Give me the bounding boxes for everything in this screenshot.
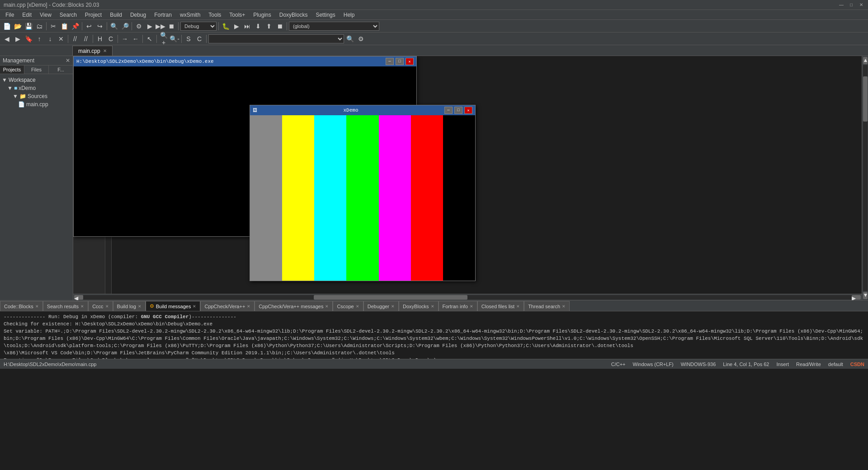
log-tab-debugger[interactable]: Debugger ✕: [363, 301, 399, 311]
log-tab-codeblocks-close[interactable]: ✕: [35, 304, 39, 309]
tb2-fwd-btn[interactable]: ▶: [13, 34, 23, 44]
menu-settings[interactable]: Settings: [312, 11, 339, 19]
menu-file[interactable]: File: [2, 11, 18, 19]
debug-config-dropdown[interactable]: Debug Release: [180, 22, 217, 31]
tb2-select-btn[interactable]: ↖: [145, 34, 155, 44]
horiz-scroll-left[interactable]: ◀: [74, 295, 83, 300]
symbol-dropdown[interactable]: [208, 34, 344, 43]
menu-edit[interactable]: Edit: [19, 11, 35, 19]
log-tab-closed-close[interactable]: ✕: [516, 304, 520, 309]
log-tab-search-close[interactable]: ✕: [80, 304, 84, 309]
tb2-bkmark-next-btn[interactable]: ↓: [45, 34, 55, 44]
scroll-thumb[interactable]: [863, 76, 868, 122]
tb2-zoom-out-btn[interactable]: 🔍-: [170, 34, 179, 44]
tb2-bkmark-btn[interactable]: 🔖: [24, 34, 33, 44]
log-tab-buildlog-close[interactable]: ✕: [138, 304, 142, 309]
mgmt-tab-f[interactable]: F...: [49, 66, 73, 74]
tb-save-btn[interactable]: 💾: [24, 21, 33, 31]
tb-cut-btn[interactable]: ✂: [48, 21, 58, 31]
tb-saveall-btn[interactable]: 🗂: [34, 21, 44, 31]
log-tab-debugger-close[interactable]: ✕: [391, 304, 395, 309]
log-content[interactable]: -------------- Run: Debug in xDemo (comp…: [0, 311, 868, 359]
tree-main-cpp[interactable]: 📄 main.cpp: [0, 100, 73, 108]
tb-new-btn[interactable]: 📄: [2, 21, 12, 31]
scroll-down-btn[interactable]: ▼: [863, 292, 868, 299]
tb-debug-step-btn[interactable]: ⬇: [253, 21, 263, 31]
tree-workspace[interactable]: ▼ Workspace: [0, 76, 73, 84]
menu-debug[interactable]: Debug: [127, 11, 150, 19]
log-tab-closed[interactable]: Closed files list ✕: [477, 301, 524, 311]
scroll-track[interactable]: [863, 65, 868, 291]
tb-redo-btn[interactable]: ↪: [95, 21, 105, 31]
colorbars-close-btn[interactable]: ✕: [464, 107, 472, 114]
vertical-scrollbar[interactable]: ▲ ▼: [862, 56, 868, 300]
tree-sources[interactable]: ▼ 📁 Sources: [0, 92, 73, 100]
scroll-up-btn[interactable]: ▲: [863, 57, 868, 64]
colorbars-minimize-btn[interactable]: —: [444, 107, 453, 114]
console-minimize-btn[interactable]: —: [386, 58, 394, 65]
menu-tools[interactable]: Tools: [205, 11, 225, 19]
log-tab-fortran[interactable]: Fortran info ✕: [439, 301, 477, 311]
color-bars-window[interactable]: 🖼 xDemo — □ ✕: [250, 105, 476, 281]
global-scope-dropdown[interactable]: (global): [289, 22, 379, 31]
code-editor[interactable]: 25 26 27 28 29 30 31 32 33 □ □ msg( m ) …: [73, 56, 862, 294]
menu-plugins[interactable]: Plugins: [250, 11, 274, 19]
console-close-btn[interactable]: ✕: [406, 58, 414, 65]
log-tab-doxyblocks[interactable]: DoxyBlocks ✕: [399, 301, 438, 311]
tb2-dedent-btn[interactable]: ←: [131, 34, 141, 44]
horiz-scroll-right[interactable]: ▶: [852, 295, 861, 300]
log-tab-cscope[interactable]: Cscope ✕: [333, 301, 363, 311]
log-tab-cccc[interactable]: Cccc ✕: [88, 301, 113, 311]
tb-stop-btn[interactable]: ⏹: [166, 21, 176, 31]
log-tab-fortran-close[interactable]: ✕: [470, 304, 473, 309]
maximize-button[interactable]: □: [848, 2, 854, 8]
tb2-indent-btn[interactable]: →: [120, 34, 130, 44]
horiz-scroll-thumb[interactable]: [314, 295, 467, 300]
tb-find-btn[interactable]: 🔍: [109, 21, 119, 31]
tab-main-cpp[interactable]: main.cpp ✕: [72, 46, 113, 56]
tab-close-icon[interactable]: ✕: [103, 48, 107, 53]
close-button[interactable]: ✕: [858, 2, 864, 8]
log-tab-thread-close[interactable]: ✕: [562, 304, 566, 309]
horiz-scroll-track[interactable]: [83, 295, 852, 300]
horizontal-scrollbar[interactable]: ◀ ▶: [73, 294, 862, 300]
log-tab-cppcheck-close[interactable]: ✕: [247, 304, 250, 309]
menu-doxyblocks[interactable]: DoxyBlocks: [276, 11, 311, 19]
tb-debug-run-btn[interactable]: ▶: [231, 21, 241, 31]
log-tab-codeblocks[interactable]: Code::Blocks ✕: [0, 301, 43, 311]
management-close-icon[interactable]: ✕: [66, 57, 70, 64]
log-tab-thread[interactable]: Thread search ✕: [524, 301, 570, 311]
log-tab-doxyblocks-close[interactable]: ✕: [431, 304, 434, 309]
colorbars-maximize-btn[interactable]: □: [454, 107, 462, 114]
tb2-bkmark-clr-btn[interactable]: ✕: [56, 34, 66, 44]
tb-run-btn[interactable]: ▶: [145, 21, 155, 31]
tb2-sym-cfg-btn[interactable]: ⚙: [356, 34, 366, 44]
tb2-back-btn[interactable]: ◀: [2, 34, 12, 44]
tb-copy-btn[interactable]: 📋: [59, 21, 69, 31]
mgmt-tab-projects[interactable]: Projects: [0, 66, 24, 74]
tb2-comment-btn[interactable]: //: [70, 34, 80, 44]
log-tab-buildmsg-close[interactable]: ✕: [193, 304, 196, 309]
menu-build[interactable]: Build: [106, 11, 126, 19]
tb-open-btn[interactable]: 📂: [13, 21, 23, 31]
menu-tools-plus[interactable]: Tools+: [226, 11, 249, 19]
menu-search[interactable]: Search: [56, 11, 80, 19]
tb-replace-btn[interactable]: 🔎: [120, 21, 130, 31]
menu-fortran[interactable]: Fortran: [151, 11, 175, 19]
tb-debug-next-btn[interactable]: ⏭: [242, 21, 252, 31]
log-tab-search[interactable]: Search results ✕: [43, 301, 88, 311]
tree-xdemo[interactable]: ▼ ■ xDemo: [0, 84, 73, 92]
tb2-bkmark-prev-btn[interactable]: ↑: [34, 34, 44, 44]
tb-build-btn[interactable]: ⚙: [134, 21, 144, 31]
menu-project[interactable]: Project: [81, 11, 105, 19]
tb2-h-btn[interactable]: H: [95, 34, 105, 44]
tb2-abbrev-btn[interactable]: S: [184, 34, 193, 44]
tb-debug-out-btn[interactable]: ⬆: [264, 21, 274, 31]
tb2-uncomment-btn[interactable]: //: [81, 34, 91, 44]
minimize-button[interactable]: —: [838, 2, 844, 8]
tb2-cpp-btn[interactable]: C: [106, 34, 116, 44]
tb-paste-btn[interactable]: 📌: [70, 21, 80, 31]
log-tab-buildmsg[interactable]: ⚙ Build messages ✕: [146, 301, 201, 311]
tb-buildrun-btn[interactable]: ▶▶: [156, 21, 165, 31]
tb2-sym-search-btn[interactable]: 🔍: [345, 34, 355, 44]
